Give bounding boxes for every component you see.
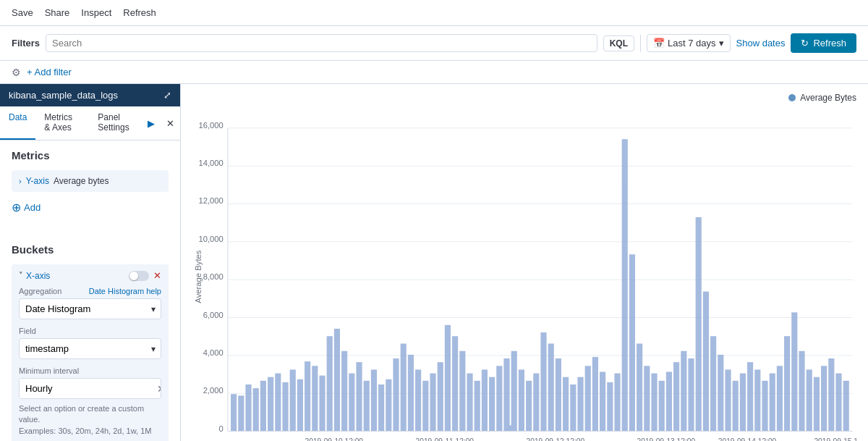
save-button[interactable]: Save: [12, 7, 33, 18]
svg-text:2019-09-15 12:00: 2019-09-15 12:00: [814, 437, 856, 441]
filter-search-input[interactable]: [46, 34, 597, 52]
plus-circle-icon: ⊕: [12, 201, 21, 214]
tab-panel-settings[interactable]: Panel Settings: [89, 106, 142, 140]
svg-text:2019-09-13 12:00: 2019-09-13 12:00: [637, 437, 696, 441]
main-layout: kibana_sample_data_logs ⤢ Data Metrics &…: [0, 84, 868, 441]
aggregation-select[interactable]: Date Histogram: [19, 298, 161, 319]
svg-rect-19: [231, 394, 237, 431]
metric-description: Average bytes: [54, 176, 109, 186]
left-panel: kibana_sample_data_logs ⤢ Data Metrics &…: [0, 84, 181, 441]
svg-rect-76: [651, 374, 657, 432]
time-picker[interactable]: 📅 Last 7 days ▾: [647, 34, 731, 52]
remove-bucket-icon[interactable]: ✕: [153, 270, 161, 281]
refresh-label: Refresh: [813, 38, 846, 49]
svg-rect-64: [563, 377, 569, 432]
svg-text:10,000: 10,000: [199, 235, 224, 243]
svg-rect-85: [718, 355, 723, 432]
svg-rect-50: [459, 351, 465, 432]
refresh-toolbar-button[interactable]: Refresh: [123, 7, 156, 18]
hint-line2: Examples: 30s, 20m, 24h, 2d, 1w, 1M: [19, 427, 151, 435]
svg-rect-67: [585, 366, 591, 431]
svg-rect-48: [445, 325, 451, 432]
min-interval-input[interactable]: [20, 379, 153, 398]
buckets-title: Buckets: [12, 243, 169, 256]
chart-panel: Average Bytes 0 2,000 4,000 6,000 8,000 …: [181, 84, 868, 441]
svg-rect-62: [548, 343, 554, 431]
svg-text:2019-09-12 12:00: 2019-09-12 12:00: [527, 437, 585, 441]
filters-label: Filters: [12, 38, 40, 49]
svg-rect-54: [489, 377, 495, 432]
settings-icon[interactable]: ⚙: [12, 67, 21, 78]
bucket-header: ˅ X-axis ✕: [19, 270, 161, 281]
svg-rect-24: [268, 377, 273, 432]
svg-rect-65: [570, 385, 576, 432]
add-metric-button[interactable]: ⊕ Add: [12, 198, 41, 217]
field-select-wrapper: timestamp: [19, 338, 161, 359]
tab-metrics-axes[interactable]: Metrics & Axes: [35, 106, 89, 140]
chevron-icon: ›: [19, 177, 22, 185]
kql-badge[interactable]: KQL: [603, 35, 634, 51]
svg-rect-71: [614, 374, 620, 432]
chart-header: Average Bytes: [192, 93, 856, 103]
svg-rect-22: [253, 388, 259, 432]
min-interval-wrapper: ✕ ▾: [19, 378, 161, 399]
svg-rect-32: [327, 336, 333, 431]
svg-rect-61: [540, 332, 546, 432]
svg-rect-56: [503, 358, 509, 432]
legend-label: Average Bytes: [800, 93, 856, 103]
svg-rect-88: [740, 374, 746, 432]
interval-clear-button[interactable]: ✕: [153, 380, 161, 398]
field-label-row: Field: [19, 327, 161, 335]
field-select[interactable]: timestamp: [19, 338, 161, 359]
show-dates-button[interactable]: Show dates: [736, 38, 786, 49]
svg-rect-63: [556, 358, 561, 432]
bucket-toggle[interactable]: [129, 271, 149, 281]
svg-text:8,000: 8,000: [203, 272, 224, 281]
svg-rect-23: [260, 381, 266, 432]
svg-rect-52: [475, 381, 480, 432]
svg-rect-81: [688, 358, 694, 432]
svg-rect-53: [482, 369, 488, 431]
svg-rect-20: [238, 395, 244, 431]
svg-rect-26: [282, 382, 288, 432]
aggregation-group: Aggregation Date Histogram help Date His…: [19, 287, 161, 319]
interval-hint: Select an option or create a custom valu…: [19, 403, 161, 437]
top-toolbar: Save Share Inspect Refresh: [0, 0, 868, 26]
svg-rect-25: [275, 374, 281, 432]
bucket-x-axis: X-axis: [26, 271, 50, 281]
chart-container: 0 2,000 4,000 6,000 8,000 10,000 12,000 …: [192, 106, 856, 441]
svg-rect-95: [791, 312, 797, 431]
panel-tabs: Data Metrics & Axes Panel Settings ▶ ✕: [0, 106, 180, 140]
svg-rect-83: [703, 292, 709, 432]
svg-rect-98: [814, 377, 820, 432]
svg-rect-30: [312, 366, 318, 431]
expand-icon[interactable]: ⤢: [163, 90, 171, 101]
svg-text:6,000: 6,000: [203, 311, 224, 319]
svg-rect-37: [364, 381, 370, 432]
field-label: Field: [19, 327, 36, 335]
svg-rect-41: [393, 358, 399, 432]
svg-rect-79: [673, 362, 679, 431]
close-panel-button[interactable]: ✕: [161, 106, 180, 140]
svg-rect-80: [681, 351, 686, 432]
svg-text:4,000: 4,000: [203, 348, 224, 357]
svg-rect-82: [696, 217, 702, 432]
svg-text:2019-09-11 12:00: 2019-09-11 12:00: [416, 437, 475, 441]
aggregation-select-wrapper: Date Histogram: [19, 298, 161, 319]
aggregation-help-link[interactable]: Date Histogram help: [89, 287, 161, 295]
svg-rect-29: [305, 361, 310, 431]
inspect-button[interactable]: Inspect: [81, 7, 111, 18]
svg-rect-57: [511, 351, 517, 432]
tab-data[interactable]: Data: [0, 106, 35, 140]
svg-rect-44: [415, 369, 421, 431]
toggle-thumb: [129, 272, 138, 280]
share-button[interactable]: Share: [45, 7, 70, 18]
svg-rect-86: [725, 369, 731, 431]
svg-rect-40: [386, 379, 391, 432]
svg-text:14,000: 14,000: [199, 159, 224, 167]
play-button[interactable]: ▶: [142, 106, 161, 140]
refresh-main-button[interactable]: ↻ Refresh: [791, 33, 856, 53]
svg-rect-73: [629, 254, 635, 431]
svg-text:Average Bytes: Average Bytes: [194, 250, 203, 303]
add-filter-link[interactable]: + Add filter: [27, 67, 72, 77]
